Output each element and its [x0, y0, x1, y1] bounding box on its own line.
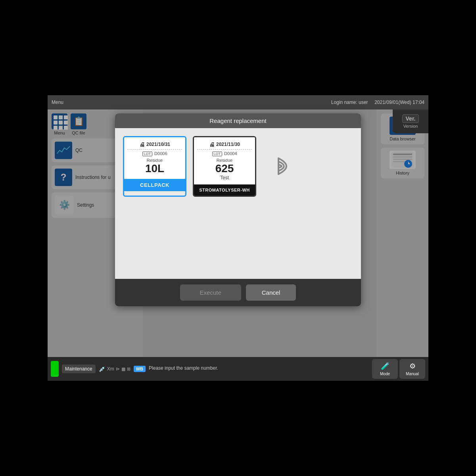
cellpack-lot: LOT D0006	[127, 149, 182, 156]
status-indicator	[51, 361, 59, 377]
reagent-replacement-modal: Reagent replacement 🖨 2021/10/31 LOT D	[115, 113, 361, 306]
manual-label: Manual	[406, 372, 419, 376]
cellpack-card-top: 🖨 2021/10/31 LOT D0006 Residue 10L	[124, 137, 185, 179]
modal-overlay: Reagent replacement 🖨 2021/10/31 LOT D	[48, 109, 428, 357]
stromatolyser-residue-value: 625	[197, 163, 252, 175]
xm-icon: Xm	[107, 366, 114, 372]
manual-button[interactable]: ⚙ Manual	[399, 359, 425, 379]
reagent-card-stromatolyser[interactable]: 🖨 2021/11/30 LOT D0004 Residue 625 Test	[193, 136, 256, 197]
syringe-icon: 💉	[99, 366, 106, 372]
datetime: Login name: user 2021/09/01(Wed) 17:04	[331, 100, 424, 105]
status-bar: Maintenance 💉 Xm ⊳ ▦ ⊞ WB Please input t…	[48, 357, 428, 381]
pipe-icon: ⊳	[116, 366, 120, 372]
grid3-icon: ⊞	[127, 367, 131, 372]
execute-button[interactable]: Execute	[180, 284, 241, 301]
bottom-right-buttons: 🧪 Mode ⚙ Manual	[372, 359, 425, 379]
status-message: Please input the sample number.	[149, 365, 369, 371]
manual-icon: ⚙	[409, 362, 416, 370]
top-bar: Menu Login name: user 2021/09/01(Wed) 17…	[48, 95, 428, 109]
main-screen: Menu Login name: user 2021/09/01(Wed) 17…	[48, 95, 428, 381]
nfc-area	[263, 136, 294, 197]
status-icons: 💉 Xm ⊳ ▦ ⊞	[99, 366, 131, 372]
maintenance-label: Maintenance	[62, 365, 96, 373]
cellpack-name: CELLPACK	[124, 179, 185, 191]
cellpack-date: 🖨 2021/10/31	[127, 141, 182, 148]
nfc-icon	[267, 154, 290, 178]
mode-label: Mode	[380, 372, 390, 376]
modal-title: Reagent replacement	[115, 113, 361, 128]
stromatolyser-date: 🖨 2021/11/30	[197, 141, 252, 148]
cancel-button[interactable]: Cancel	[246, 284, 296, 301]
menu-label: Menu	[52, 100, 63, 105]
grid2-icon: ▦	[121, 367, 125, 372]
stromatolyser-card-top: 🖨 2021/11/30 LOT D0004 Residue 625 Test	[194, 137, 255, 184]
modal-body: 🖨 2021/10/31 LOT D0006 Residue 10L CELLP…	[115, 128, 361, 279]
reagent-card-cellpack[interactable]: 🖨 2021/10/31 LOT D0006 Residue 10L CELLP…	[123, 136, 186, 197]
stromatolyser-name: STROMATOLYSER-WH	[194, 184, 255, 196]
cellpack-residue-value: 10L	[127, 163, 182, 175]
modal-footer: Execute Cancel	[115, 279, 361, 306]
stromatolyser-unit: Test	[197, 175, 252, 180]
wb-badge: WB	[134, 366, 146, 372]
status-message-area: Please input the sample number.	[149, 365, 369, 372]
mode-icon: 🧪	[381, 362, 390, 370]
stromatolyser-lot: LOT D0004	[197, 149, 252, 156]
reagent-cards: 🖨 2021/10/31 LOT D0006 Residue 10L CELLP…	[123, 136, 353, 197]
mode-button[interactable]: 🧪 Mode	[372, 359, 398, 379]
